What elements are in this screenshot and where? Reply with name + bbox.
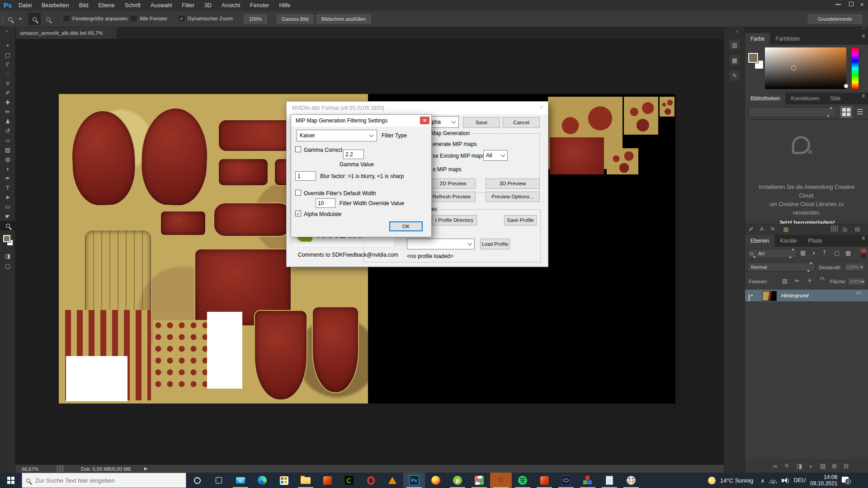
layer-mask-icon[interactable]: ◨ [797,463,802,469]
panel-resize-grip[interactable]: ⋰ [863,87,867,92]
zoom-100-button[interactable]: 100% [244,14,267,23]
notes-panel-icon[interactable]: ✎ [730,70,740,80]
lock-position-icon[interactable]: ✛ [807,277,812,284]
weather-sun-icon[interactable] [708,477,716,484]
taskbar-office-icon[interactable] [316,473,338,488]
cancel-button[interactable]: Cancel [503,117,540,128]
menu-ebene[interactable]: Ebene [94,0,120,11]
path-selection-tool[interactable]: ➤ [0,192,15,202]
taskbar-game-icon[interactable] [555,473,577,488]
taskbar-explorer-icon[interactable] [295,473,316,488]
taskbar-office2-icon[interactable] [533,473,555,488]
start-button[interactable] [0,473,22,488]
library-styles-icon[interactable]: St [831,226,838,231]
lock-transparency-icon[interactable]: ▨ [782,277,788,284]
layer-row-hintergrund[interactable]: Hintergrund [745,289,868,302]
taskbar-spotify-icon[interactable] [512,473,533,488]
resize-windows-checkbox[interactable] [64,16,69,21]
preview-2d-button[interactable]: 2D Preview [430,178,476,189]
profile-dropdown[interactable] [407,239,475,249]
link-layers-icon[interactable]: ∞ [773,463,777,469]
nvidia-dialog-titlebar[interactable]: NVIDIA dds Format (v8.55.0109.1800) ✕ [287,102,548,114]
tab-stile[interactable]: Stile [825,93,846,104]
eyedropper-tool[interactable]: ✐ [0,88,15,98]
close-window-icon[interactable]: ✕ [860,2,864,8]
status-flyout-icon[interactable]: ▶ [144,466,147,471]
blur-tool[interactable]: ◍ [0,155,15,164]
fill-select[interactable]: 100% [847,277,866,286]
library-text-icon[interactable]: A [760,226,764,232]
all-windows-checkbox[interactable] [131,16,137,21]
list-view-button[interactable]: ☰ [854,106,866,118]
healing-brush-tool[interactable]: ✚ [0,98,15,107]
generate-mip-maps-option[interactable]: enerate MIP maps [433,141,477,147]
crop-tool[interactable]: # [0,79,15,88]
zoom-out-button[interactable] [42,13,54,25]
restore-window-icon[interactable] [849,2,854,6]
quick-selection-tool[interactable]: ◌ [0,69,15,79]
clone-stamp-tool[interactable]: ♟ [0,117,15,126]
gamma-correct-checkbox[interactable] [295,146,301,152]
gradient-handle[interactable] [844,84,848,88]
library-trash-icon[interactable]: ⊟ [855,226,860,233]
taskbar-edge-icon[interactable] [251,473,273,488]
tab-bibliotheken[interactable]: Bibliotheken [745,93,785,104]
dodge-tool[interactable]: ◖ [0,164,15,174]
tab-pfade[interactable]: Pfade [802,235,827,247]
blur-factor-field[interactable] [295,171,316,181]
menu-hilfe[interactable]: Hilfe [274,0,296,11]
mip-dialog-close-button[interactable]: ✕ [420,117,429,124]
menu-schrift[interactable]: Schrift [120,0,146,11]
panel-foreground-swatch[interactable] [748,53,758,63]
document-tab[interactable]: amazon_armorlit_alb.dds bei 66,7% (RGB/8… [16,27,117,39]
profile-directory-button[interactable]: t Profile Directory [432,215,477,225]
fit-screen-button[interactable]: Ganzes Bild [277,14,313,23]
refresh-preview-button[interactable]: Refresh Preview [428,192,476,202]
adjustment-layer-icon[interactable]: ◑ [808,463,812,469]
export-icon[interactable]: ↗ [57,466,63,471]
layer-filter-toggle[interactable] [861,249,866,258]
taskbar-notepad-icon[interactable] [599,473,620,488]
tab-ebenen[interactable]: Ebenen [745,235,774,247]
taskbar-photoshop-icon[interactable]: Ps [403,473,425,488]
screen-mode-icon[interactable]: ▢ [0,261,15,271]
taskbar-disk-tool-icon[interactable] [468,473,490,488]
history-brush-tool[interactable]: ↺ [0,126,15,136]
shape-tool[interactable]: ▭ [0,202,15,211]
menu-auswahl[interactable]: Auswahl [146,0,177,11]
tool-preset-dropdown-icon[interactable] [19,18,22,20]
taskbar-mail-icon[interactable] [230,473,251,488]
layer-style-icon[interactable]: fx [785,463,789,468]
cortana-button[interactable] [186,473,208,488]
no-mip-maps-option[interactable]: o MIP maps [433,166,462,173]
zoom-percentage[interactable]: 66,67% [22,466,38,472]
menu-3d[interactable]: 3D [199,0,217,11]
zoom-tool[interactable] [0,221,15,230]
taskbar-paint-icon[interactable] [620,473,642,488]
menu-filter[interactable]: Filter [177,0,199,11]
lasso-tool[interactable]: Ϛ [0,60,15,69]
tab-korrekturen[interactable]: Korrekturen [785,93,825,104]
format-dropdown[interactable]: pha [429,116,459,128]
fill-screen-button[interactable]: Bildschirm ausfüllen [316,14,371,23]
libraries-panel-menu-icon[interactable]: ≡ [862,93,865,99]
type-filter-icon[interactable]: T [823,249,826,256]
navigator-panel-icon[interactable]: ▦ [730,55,740,65]
wifi-icon[interactable] [769,478,777,483]
color-panel-menu-icon[interactable]: ≡ [862,33,865,39]
layer-filter-select[interactable]: Art [748,249,797,258]
lock-pixels-icon[interactable]: ✏ [795,277,800,284]
adjustment-filter-icon[interactable]: ◑ [811,249,815,256]
volume-icon[interactable]: ) [782,478,789,483]
menu-bearbeiten[interactable]: Bearbeiten [37,0,74,11]
zoom-tool-icon[interactable] [8,15,12,23]
taskbar-search-box[interactable] [22,473,186,488]
taskbar-nvidia-icon[interactable] [338,473,360,488]
quick-mask-icon[interactable]: ◨ [0,251,15,261]
workspace-switcher-button[interactable]: Grundelemente [808,14,862,23]
nvidia-dialog-close-icon[interactable]: ✕ [539,104,543,110]
save-profile-button[interactable]: Save Profile [504,215,537,225]
layer-visibility-icon[interactable] [749,294,750,302]
mip-levels-dropdown[interactable]: All [483,150,508,161]
options-bar-grip[interactable] [1,14,4,24]
